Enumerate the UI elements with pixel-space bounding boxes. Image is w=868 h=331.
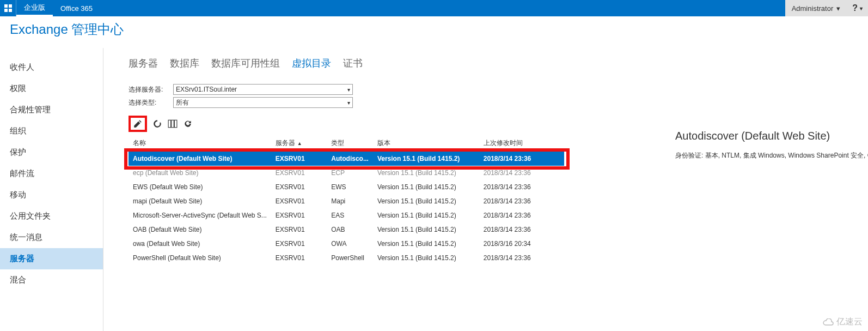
- cell-server: EXSRV01: [271, 237, 327, 251]
- svg-rect-4: [168, 120, 171, 128]
- tab-1[interactable]: 数据库: [170, 57, 199, 70]
- page-title: Exchange 管理中心: [0, 16, 868, 48]
- cell-name: OAB (Default Web Site): [129, 222, 271, 237]
- cell-version: Version 15.1 (Build 1415.2): [373, 251, 479, 265]
- svg-rect-5: [172, 120, 174, 128]
- filter-area: 选择服务器: EXSrv01.ITSoul.inter ▾ 选择类型: 所有 ▾: [129, 84, 868, 108]
- table-row[interactable]: EWS (Default Web Site)EXSRV01EWSVersion …: [129, 180, 564, 194]
- chevron-down-icon: ▾: [860, 5, 863, 11]
- cell-name: EWS (Default Web Site): [129, 180, 271, 194]
- cell-server: EXSRV01: [271, 251, 327, 265]
- nav-item-9[interactable]: 服务器: [0, 248, 103, 269]
- table-row[interactable]: mapi (Default Web Site)EXSRV01MapiVersio…: [129, 194, 564, 208]
- nav-item-4[interactable]: 保护: [0, 142, 103, 163]
- nav-item-5[interactable]: 邮件流: [0, 163, 103, 184]
- nav-item-0[interactable]: 收件人: [0, 57, 103, 78]
- server-filter-select[interactable]: EXSrv01.ITSoul.inter ▾: [173, 84, 353, 95]
- svg-rect-0: [4, 4, 8, 8]
- table-row[interactable]: Autodiscover (Default Web Site)EXSRV01Au…: [129, 152, 564, 166]
- table-header-row: 名称 服务器▲ 类型 版本 上次修改时间: [129, 135, 564, 152]
- type-filter-label: 选择类型:: [129, 98, 173, 107]
- details-title: Autodiscover (Default Web Site): [675, 130, 868, 142]
- cell-type: ECP: [327, 166, 373, 180]
- svg-rect-2: [4, 9, 8, 12]
- product-tab[interactable]: Office 365: [53, 4, 100, 13]
- nav-item-6[interactable]: 移动: [0, 184, 103, 206]
- cell-name: mapi (Default Web Site): [129, 194, 271, 208]
- details-pane: Autodiscover (Default Web Site) 身份验证: 基本…: [675, 130, 868, 160]
- top-bar: 企业版 Office 365 Administrator ▾ ? ▾: [0, 0, 868, 16]
- cell-modified: 2018/3/16 20:34: [479, 237, 564, 251]
- cell-version: Version 15.1 (Build 1415.2): [373, 152, 479, 166]
- cell-type: Autodisco...: [327, 152, 373, 166]
- user-name-label: Administrator: [792, 4, 834, 13]
- cell-server: EXSRV01: [271, 166, 327, 180]
- type-filter-value: 所有: [176, 98, 189, 107]
- cell-modified: 2018/3/14 23:36: [479, 208, 564, 222]
- cell-name: Autodiscover (Default Web Site): [129, 152, 271, 166]
- server-filter-value: EXSrv01.ITSoul.inter: [176, 86, 237, 93]
- server-filter-label: 选择服务器:: [129, 85, 173, 94]
- cell-server: EXSRV01: [271, 208, 327, 222]
- cell-version: Version 15.1 (Build 1415.2): [373, 237, 479, 251]
- col-type-header[interactable]: 类型: [327, 135, 373, 152]
- table-row[interactable]: ecp (Default Web Site)EXSRV01ECPVersion …: [129, 166, 564, 180]
- help-icon: ?: [852, 3, 858, 13]
- tab-2[interactable]: 数据库可用性组: [211, 57, 280, 70]
- cell-version: Version 15.1 (Build 1415.2): [373, 180, 479, 194]
- cell-server: EXSRV01: [271, 152, 327, 166]
- reset-icon[interactable]: [152, 119, 162, 129]
- cell-version: Version 15.1 (Build 1415.2): [373, 222, 479, 237]
- edition-tab[interactable]: 企业版: [16, 0, 53, 16]
- cell-type: PowerShell: [327, 251, 373, 265]
- nav-item-8[interactable]: 统一消息: [0, 227, 103, 248]
- table-row[interactable]: owa (Default Web Site)EXSRV01OWAVersion …: [129, 237, 564, 251]
- app-launcher-icon[interactable]: [0, 0, 16, 16]
- cell-server: EXSRV01: [271, 222, 327, 237]
- cell-version: Version 15.1 (Build 1415.2): [373, 194, 479, 208]
- nav-item-2[interactable]: 合规性管理: [0, 99, 103, 121]
- cell-modified: 2018/3/14 23:36: [479, 194, 564, 208]
- main-content: 服务器数据库数据库可用性组虚拟目录证书 选择服务器: EXSrv01.ITSou…: [103, 48, 868, 331]
- edit-button[interactable]: [129, 116, 147, 132]
- table-row[interactable]: Microsoft-Server-ActiveSync (Default Web…: [129, 208, 564, 222]
- nav-item-1[interactable]: 权限: [0, 78, 103, 99]
- help-menu[interactable]: ? ▾: [847, 0, 868, 16]
- col-modified-header[interactable]: 上次修改时间: [479, 135, 564, 152]
- cell-type: Mapi: [327, 194, 373, 208]
- cell-server: EXSRV01: [271, 194, 327, 208]
- details-auth-text: 身份验证: 基本, NTLM, 集成 Windows, Windows Shar…: [675, 151, 868, 160]
- table-row[interactable]: OAB (Default Web Site)EXSRV01OABVersion …: [129, 222, 564, 237]
- type-filter-select[interactable]: 所有 ▾: [173, 97, 353, 108]
- svg-rect-1: [9, 4, 12, 8]
- col-name-header[interactable]: 名称: [129, 135, 271, 152]
- watermark: 亿速云: [822, 316, 863, 328]
- tab-4[interactable]: 证书: [343, 57, 363, 70]
- cell-version: Version 15.1 (Build 1415.2): [373, 208, 479, 222]
- user-menu[interactable]: Administrator ▾: [785, 0, 847, 16]
- sort-asc-icon: ▲: [297, 141, 302, 146]
- cell-name: Microsoft-Server-ActiveSync (Default Web…: [129, 208, 271, 222]
- tab-3[interactable]: 虚拟目录: [292, 57, 331, 70]
- virtual-directories-table: 名称 服务器▲ 类型 版本 上次修改时间 Autodiscover (Defau…: [129, 135, 564, 265]
- cell-modified: 2018/3/14 23:36: [479, 166, 564, 180]
- col-server-header[interactable]: 服务器▲: [271, 135, 327, 152]
- nav-item-3[interactable]: 组织: [0, 121, 103, 142]
- svg-rect-6: [174, 120, 177, 128]
- nav-item-7[interactable]: 公用文件夹: [0, 206, 103, 227]
- cloud-icon: [822, 318, 834, 326]
- refresh-icon[interactable]: [183, 119, 193, 129]
- cell-modified: 2018/3/14 23:36: [479, 251, 564, 265]
- table-row[interactable]: PowerShell (Default Web Site)EXSRV01Powe…: [129, 251, 564, 265]
- tab-strip: 服务器数据库数据库可用性组虚拟目录证书: [129, 57, 868, 70]
- cell-type: OAB: [327, 222, 373, 237]
- svg-rect-3: [9, 9, 12, 12]
- cell-modified: 2018/3/14 23:36: [479, 222, 564, 237]
- cell-modified: 2018/3/14 23:36: [479, 180, 564, 194]
- cell-name: PowerShell (Default Web Site): [129, 251, 271, 265]
- col-version-header[interactable]: 版本: [373, 135, 479, 152]
- pencil-icon: [133, 119, 143, 129]
- columns-icon[interactable]: [168, 119, 178, 129]
- tab-0[interactable]: 服务器: [129, 57, 158, 70]
- nav-item-10[interactable]: 混合: [0, 269, 103, 291]
